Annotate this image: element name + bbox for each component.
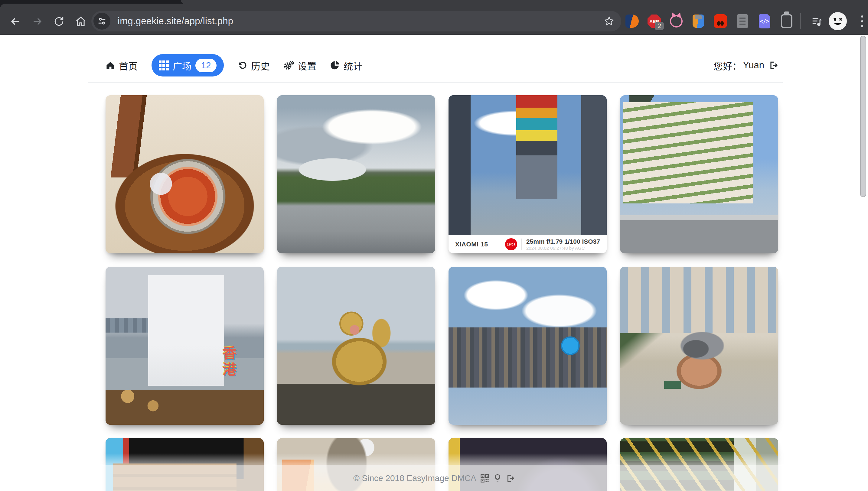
page-footer: © Since 2018 EasyImage DMCA — [0, 465, 868, 491]
figure-extension-icon[interactable] — [691, 14, 706, 28]
nav-history[interactable]: 历史 — [238, 59, 270, 72]
photo-thumbnail[interactable] — [620, 267, 778, 425]
exif-watermark-bar: XIAOMI 15 Leica 25mm f/1.79 1/100 ISO37 … — [449, 235, 607, 253]
photo-thumbnail[interactable] — [449, 95, 607, 235]
adblock-extension-icon[interactable]: ABP 2 — [647, 14, 662, 28]
nav-history-label: 历史 — [251, 59, 270, 72]
photo-card[interactable] — [277, 267, 435, 425]
nav-settings[interactable]: 设置 — [284, 59, 316, 72]
url-text[interactable]: img.geekie.site/app/list.php — [118, 16, 604, 27]
plaza-count-badge: 12 — [195, 59, 217, 72]
site-settings-icon[interactable] — [93, 13, 110, 30]
photo-card[interactable] — [620, 95, 778, 253]
pie-chart-icon — [330, 60, 340, 70]
mural-text: 香港 — [218, 346, 238, 378]
clip-extension-icon[interactable] — [779, 14, 794, 28]
adblock-badge: 2 — [655, 22, 664, 30]
history-icon — [238, 60, 247, 70]
photo-card[interactable] — [620, 267, 778, 425]
leica-logo: Leica — [505, 238, 517, 250]
megaphone-extension-icon[interactable] — [625, 14, 639, 28]
photo-thumbnail[interactable] — [277, 267, 435, 425]
navbar-divider — [88, 82, 783, 83]
nav-home-label: 首页 — [119, 59, 138, 72]
profile-avatar[interactable] — [829, 12, 847, 30]
logout-icon[interactable] — [768, 60, 778, 70]
nav-home[interactable]: 首页 — [106, 59, 138, 72]
nav-plaza-active[interactable]: 广场 12 — [151, 54, 224, 77]
reload-button[interactable] — [49, 11, 69, 31]
back-button[interactable] — [5, 11, 25, 31]
code-file-extension-icon[interactable]: </> — [757, 14, 772, 28]
qr-code-icon[interactable] — [480, 474, 489, 483]
lightbulb-icon[interactable] — [493, 474, 502, 483]
photo-card[interactable] — [106, 95, 264, 253]
nav-stats-label: 统计 — [343, 59, 362, 72]
extensions-row: ABP 2 </> — [625, 10, 794, 33]
greeting-text: 您好： — [713, 59, 741, 72]
photo-thumbnail[interactable] — [620, 95, 778, 253]
bookmark-star-icon[interactable] — [604, 16, 615, 27]
username: Yuan — [743, 60, 764, 71]
photo-thumbnail[interactable] — [106, 95, 264, 253]
exif-settings: 25mm f/1.79 1/100 ISO37 — [526, 238, 600, 246]
home-icon — [106, 60, 115, 70]
nav-plaza-label: 广场 — [173, 59, 191, 72]
footer-text: © Since 2018 EasyImage DMCA — [353, 473, 476, 483]
photo-card[interactable]: XIAOMI 15 Leica 25mm f/1.79 1/100 ISO37 … — [449, 95, 607, 253]
media-controls-button[interactable] — [807, 11, 827, 31]
gallery-page: 首页 广场 12 历史 设置 统计 — [0, 35, 868, 491]
exif-timestamp: 2024.08.02 06:27:48 by AGC — [526, 246, 600, 251]
footer-logout-icon[interactable] — [506, 474, 515, 483]
browser-menu-button[interactable] — [856, 13, 868, 30]
app-navbar: 首页 广场 12 历史 设置 统计 — [106, 52, 778, 78]
browser-toolbar: img.geekie.site/app/list.php ABP 2 </> — [0, 4, 868, 35]
home-button[interactable] — [71, 11, 91, 31]
photo-thumbnail[interactable] — [277, 95, 435, 253]
nav-stats[interactable]: 统计 — [330, 59, 362, 72]
nav-settings-label: 设置 — [298, 59, 316, 72]
toolbar-separator — [800, 13, 801, 29]
camera-model: XIAOMI 15 — [455, 241, 488, 248]
cat-extension-icon[interactable] — [669, 14, 683, 28]
photo-card[interactable]: 香港 — [106, 267, 264, 425]
browser-chrome: img.geekie.site/app/list.php ABP 2 </> — [0, 0, 868, 35]
page-scrollbar-thumb[interactable] — [860, 36, 866, 197]
gears-icon — [284, 60, 294, 70]
photo-card[interactable] — [449, 267, 607, 425]
photo-thumbnail[interactable] — [106, 267, 264, 425]
photo-thumbnail[interactable] — [449, 267, 607, 425]
photo-card[interactable] — [277, 95, 435, 253]
url-bar[interactable]: img.geekie.site/app/list.php — [91, 11, 621, 31]
document-extension-icon[interactable] — [735, 14, 750, 28]
grid-icon — [159, 60, 169, 70]
forward-button[interactable] — [27, 11, 47, 31]
red-dots-extension-icon[interactable] — [713, 14, 728, 28]
